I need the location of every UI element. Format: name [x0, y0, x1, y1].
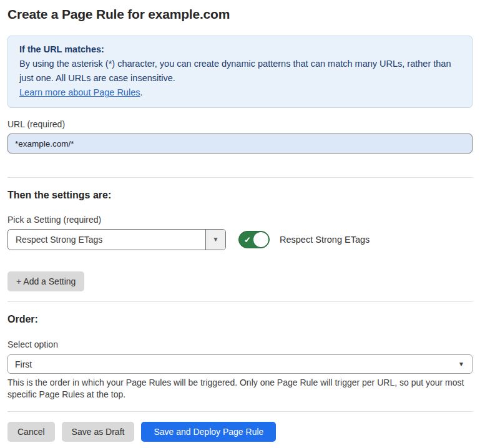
page-title: Create a Page Rule for example.com: [7, 7, 473, 21]
order-select-label: Select option: [7, 339, 473, 349]
info-box-link-line: Learn more about Page Rules.: [19, 85, 461, 100]
pick-setting-label: Pick a Setting (required): [7, 215, 473, 225]
etag-toggle[interactable]: ✓: [238, 231, 270, 248]
order-help-text: This is the order in which your Page Rul…: [7, 377, 473, 401]
setting-select[interactable]: Respect Strong ETags ▼: [7, 229, 226, 250]
order-select[interactable]: First ▼: [7, 354, 473, 374]
page-rule-form: Create a Page Rule for example.com If th…: [0, 0, 480, 442]
url-match-info-box: If the URL matches: By using the asteris…: [7, 36, 473, 108]
add-setting-button[interactable]: + Add a Setting: [7, 271, 84, 291]
save-draft-button[interactable]: Save as Draft: [62, 422, 135, 442]
check-icon: ✓: [244, 236, 251, 244]
save-deploy-button[interactable]: Save and Deploy Page Rule: [141, 422, 276, 442]
cancel-button[interactable]: Cancel: [7, 422, 55, 442]
toggle-label: Respect Strong ETags: [280, 235, 370, 245]
settings-heading: Then the settings are:: [7, 190, 473, 200]
order-select-value: First: [15, 359, 32, 369]
chevron-down-icon: ▼: [213, 236, 219, 243]
divider: [7, 411, 473, 412]
url-input[interactable]: [7, 134, 473, 153]
setting-row: Respect Strong ETags ▼ ✓ Respect Strong …: [7, 229, 473, 250]
toggle-knob: [253, 232, 268, 247]
link-suffix: .: [140, 87, 142, 97]
setting-select-value: Respect Strong ETags: [8, 230, 205, 250]
footer-buttons: Cancel Save as Draft Save and Deploy Pag…: [7, 422, 473, 442]
learn-more-link[interactable]: Learn more about Page Rules: [19, 87, 140, 97]
divider: [7, 301, 473, 302]
info-box-body: By using the asterisk (*) character, you…: [19, 57, 461, 85]
order-heading: Order:: [7, 314, 473, 324]
chevron-down-icon: ▼: [458, 361, 464, 368]
setting-select-arrow-button[interactable]: ▼: [205, 230, 225, 250]
url-label: URL (required): [7, 119, 473, 129]
divider: [7, 177, 473, 178]
info-box-heading: If the URL matches:: [19, 42, 461, 57]
